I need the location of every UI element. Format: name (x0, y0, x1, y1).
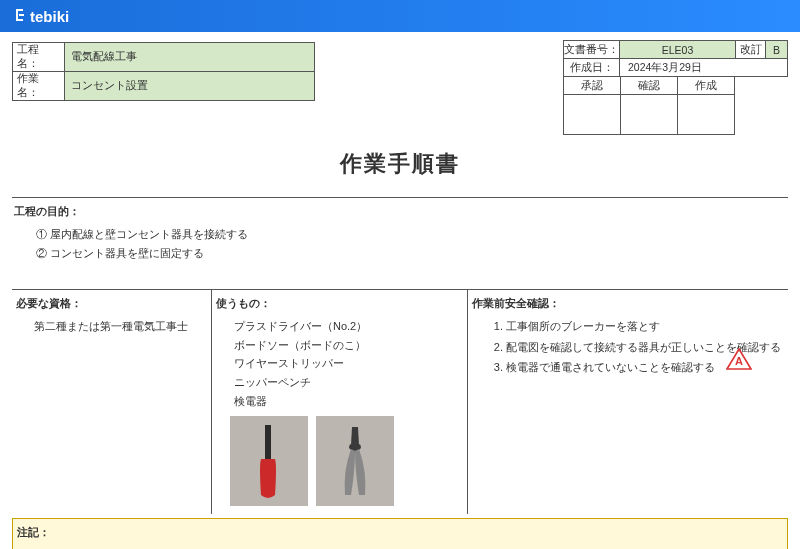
doc-title: 作業手順書 (12, 149, 788, 179)
qualification-column: 必要な資格： 第二種または第一種電気工事士 (12, 290, 212, 514)
app-topbar: tebiki (0, 0, 800, 32)
tool-item: ワイヤーストリッパー (234, 354, 463, 373)
qual-label: 必要な資格： (16, 296, 207, 311)
create-label: 作成 (678, 77, 735, 95)
purpose-line1: ① 屋内配線と壁コンセント器具を接続する (36, 225, 786, 244)
brand-name: tebiki (30, 8, 69, 25)
tool-item: プラスドライバー（No.2） (234, 317, 463, 336)
svg-rect-0 (265, 425, 271, 459)
task-value: コンセント設置 (65, 72, 315, 101)
proc-value: 電気配線工事 (65, 43, 315, 72)
safety-label: 作業前安全確認： (472, 296, 784, 311)
document-page: 工程名： 電気配線工事 作業名： コンセント設置 文書番号： ELE03 改訂 … (0, 32, 800, 549)
three-column-section: 必要な資格： 第二種または第一種電気工事士 使うもの： プラスドライバー（No.… (12, 289, 788, 514)
safety-column: 作業前安全確認： 工事個所のブレーカーを落とす 配電図を確認して接続する器具が正… (468, 290, 788, 514)
safety-item: 工事個所のブレーカーを落とす (506, 317, 784, 336)
notes-label: 注記： (17, 525, 783, 540)
date-value: 2024年3月29日 (620, 59, 788, 77)
tools-column: 使うもの： プラスドライバー（No.2） ボードソー（ボードのこ） ワイヤースト… (212, 290, 468, 514)
header-right: 文書番号： ELE03 改訂 B 作成日： 2024年3月29日 承認 確認 作… (563, 40, 788, 135)
check-label: 確認 (621, 77, 678, 95)
date-label: 作成日： (564, 59, 620, 77)
docno-label: 文書番号： (564, 41, 620, 59)
tool-item: ボードソー（ボードのこ） (234, 336, 463, 355)
qual-text: 第二種または第一種電気工事士 (34, 317, 207, 336)
tool-item: ニッパーペンチ (234, 373, 463, 392)
approve-stamp (564, 95, 621, 135)
approve-label: 承認 (564, 77, 621, 95)
svg-text:A: A (735, 355, 743, 367)
tools-label: 使うもの： (216, 296, 463, 311)
check-stamp (621, 95, 678, 135)
create-stamp (678, 95, 735, 135)
brand-logo (14, 8, 30, 25)
tool-item: 検電器 (234, 392, 463, 411)
purpose-label: 工程の目的： (14, 204, 786, 219)
proc-label: 工程名： (13, 43, 65, 72)
warning-triangle-icon: A (726, 348, 752, 372)
notes-section: 注記： 安全第一。すべてのことに対して安全を最優先すること 正しく身に付けない安… (12, 518, 788, 549)
purpose-section: 工程の目的： ① 屋内配線と壁コンセント器具を接続する ② コンセント器具を壁に… (12, 197, 788, 289)
purpose-line2: ② コンセント器具を壁に固定する (36, 244, 786, 263)
task-label: 作業名： (13, 72, 65, 101)
docno-value: ELE03 (620, 41, 736, 59)
rev-label: 改訂 (736, 41, 766, 59)
header-left: 工程名： 電気配線工事 作業名： コンセント設置 (12, 42, 315, 101)
tool-image-pliers (316, 416, 394, 506)
tool-image-screwdriver (230, 416, 308, 506)
rev-value: B (766, 41, 788, 59)
